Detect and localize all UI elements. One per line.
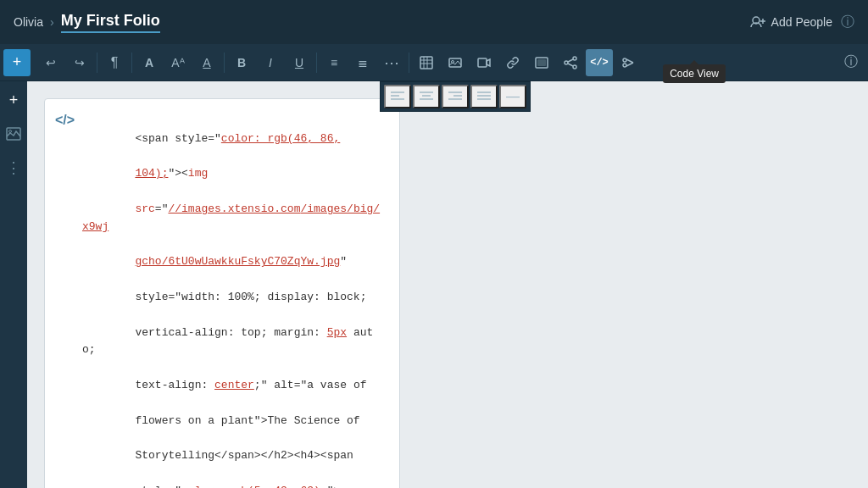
sub-align-right-button[interactable] [442, 85, 469, 108]
code-line-5: style="width: 100%; display: block; [135, 291, 366, 303]
nav-user[interactable]: Olivia [14, 15, 43, 29]
align-right-icon [448, 91, 462, 103]
list-button[interactable]: ≣ [349, 49, 376, 76]
code-view-tooltip: Code View [663, 64, 726, 83]
code-editor-block[interactable]: </> <span style="color: rgb(46, 86, 104)… [44, 98, 400, 488]
code-line-8: flowers on a plant">The Science of [135, 414, 359, 427]
top-nav: Olivia › My First Folio Add People ⓘ [0, 0, 868, 44]
more-button[interactable]: ⋯ [378, 49, 405, 76]
table-button[interactable] [413, 49, 440, 76]
scissor-button[interactable] [615, 49, 642, 76]
align-center-icon [420, 91, 433, 103]
embed-icon [535, 56, 548, 69]
code-line-2: 104);"><img [135, 167, 208, 180]
svg-point-13 [573, 65, 576, 69]
code-line-10: style="color: rgb(5, 43, 62);"> [135, 485, 340, 488]
nav-title: My First Folio [61, 12, 160, 33]
toolbar-sep-3 [224, 53, 225, 73]
svg-point-16 [623, 58, 626, 62]
sub-align-center-button[interactable] [413, 85, 440, 108]
main-toolbar: + ↩ ↪ ¶ A Aᴬ A B I U ≡ ≣ ⋯ [0, 44, 868, 81]
code-tag-icon: </> [55, 109, 75, 131]
share-button[interactable] [557, 49, 584, 76]
toolbar-sep-2 [131, 53, 132, 73]
sub-align-left-button[interactable] [384, 85, 411, 108]
svg-rect-1 [420, 57, 432, 69]
bold-button[interactable]: B [228, 49, 255, 76]
scissor-icon [621, 56, 635, 69]
svg-line-18 [626, 59, 633, 63]
svg-line-19 [626, 63, 633, 66]
code-line-6: vertical-align: top; margin: 5px auto; [82, 326, 373, 357]
code-line-9: Storytelling</span></h2><h4><span [135, 449, 353, 462]
left-more-button[interactable]: ⋮ [2, 156, 25, 180]
tooltip-text: Code View [670, 68, 719, 80]
align-justify-icon [477, 91, 491, 103]
add-button[interactable]: + [3, 49, 31, 76]
sub-align-justify-button[interactable] [470, 85, 498, 108]
undo-button[interactable]: ↩ [37, 49, 64, 76]
editor-area[interactable]: </> <span style="color: rgb(46, 86, 104)… [27, 81, 868, 488]
code-line-3: src="//images.xtensio.com/images/big/x9w… [82, 202, 380, 233]
add-people-icon [749, 15, 766, 29]
paragraph-button[interactable]: ¶ [101, 49, 128, 76]
link-button[interactable] [499, 49, 526, 76]
share-icon [564, 56, 577, 69]
svg-point-12 [565, 61, 568, 64]
info-button[interactable]: ⓘ [837, 49, 865, 76]
sub-toolbar: — [380, 81, 531, 112]
code-view-button[interactable]: </> [586, 49, 613, 76]
font-style-button[interactable]: A [193, 49, 220, 76]
font-size-button[interactable]: Aᴬ [164, 49, 192, 76]
svg-rect-8 [478, 58, 487, 67]
nav-info-icon[interactable]: ⓘ [841, 14, 854, 31]
video-button[interactable] [470, 49, 498, 76]
redo-button[interactable]: ↪ [66, 49, 93, 76]
left-image-button[interactable] [2, 122, 25, 146]
svg-line-15 [568, 64, 573, 66]
left-add-button[interactable]: + [2, 88, 25, 112]
video-icon [477, 56, 491, 69]
underline-button[interactable]: U [286, 49, 313, 76]
toolbar-sep-1 [97, 53, 97, 73]
sub-dash-button[interactable]: — [499, 85, 526, 108]
toolbar-sep-5 [409, 53, 409, 73]
align-button[interactable]: ≡ [320, 49, 348, 76]
image-button[interactable] [442, 49, 469, 76]
align-left-icon [391, 91, 404, 103]
svg-rect-10 [537, 59, 546, 66]
embed-button[interactable] [528, 49, 555, 76]
code-line-4: gcho/6tU0wUawkkuFskyC70ZqYw.jpg" [135, 255, 347, 268]
code-line-1: <span style="color: rgb(46, 86, [135, 132, 340, 145]
add-people-button[interactable]: Add People [749, 15, 832, 29]
italic-button[interactable]: I [257, 49, 284, 76]
nav-chevron-icon: › [50, 15, 54, 29]
left-image-icon [6, 127, 21, 141]
code-line-7: text-align: center;" alt="a vase of [135, 379, 366, 391]
code-content[interactable]: <span style="color: rgb(46, 86, 104);"><… [82, 113, 386, 488]
svg-point-33 [9, 130, 12, 133]
svg-point-11 [573, 57, 576, 60]
image-icon [448, 56, 462, 69]
main-area: + ⋮ </> <span style="color: rgb(46, 86, … [0, 81, 868, 488]
left-panel: + ⋮ [0, 81, 27, 488]
link-icon [506, 56, 520, 69]
toolbar-sep-4 [316, 53, 317, 73]
add-people-label: Add People [771, 15, 832, 29]
svg-line-14 [568, 59, 573, 62]
svg-point-17 [623, 64, 626, 67]
table-icon [420, 56, 433, 69]
font-a-button[interactable]: A [136, 49, 163, 76]
